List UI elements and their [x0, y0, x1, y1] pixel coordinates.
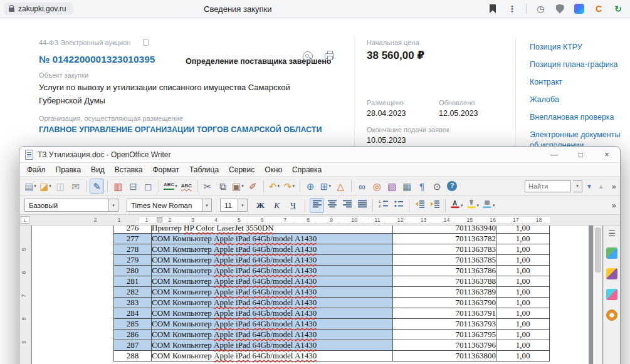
table-row[interactable]: 283СОМ Компьютер Apple iPad 64Gb/model A… — [114, 298, 550, 308]
table-row[interactable]: 282СОМ Компьютер Apple iPad 64Gb/model A… — [114, 287, 550, 298]
menu-item[interactable]: Вид — [86, 164, 110, 175]
menu-item[interactable]: Формат — [147, 164, 184, 175]
find-previous-button[interactable]: ▲ — [596, 183, 606, 190]
paragraph-style-select[interactable]: Базовый ▾ — [24, 199, 118, 212]
print-button[interactable]: ⊟ — [126, 179, 140, 194]
align-left-button[interactable] — [310, 198, 324, 213]
procurement-link[interactable]: Контракт — [530, 77, 629, 88]
chevron-down-icon[interactable]: ▾ — [108, 199, 118, 211]
menu-item[interactable]: Окно — [260, 164, 287, 175]
underline-button[interactable]: Ч — [286, 198, 300, 213]
chevron-down-icon[interactable]: ▾ — [238, 199, 247, 211]
dropdown-arrow-icon[interactable]: ▾ — [328, 184, 331, 189]
spellcheck-button[interactable]: ABC▾ — [162, 179, 179, 194]
zoom-button[interactable]: ⊙ — [430, 179, 444, 194]
font-name-select[interactable]: Times New Roman ▾ — [127, 199, 212, 212]
minimize-button[interactable]: — — [541, 147, 567, 162]
redo-button[interactable]: ↷▾ — [282, 179, 297, 194]
draw-functions-button[interactable]: △ — [333, 179, 348, 194]
decrease-indent-button[interactable] — [412, 198, 427, 213]
gallery-button[interactable]: ▧ — [385, 179, 399, 194]
page-preview-button[interactable]: ◻ — [141, 179, 155, 194]
colorzilla-extension-icon[interactable]: C — [593, 3, 604, 14]
navigator-button[interactable]: ◎ — [370, 179, 384, 194]
procurement-link[interactable]: Позиция КТРУ — [530, 42, 629, 53]
indent-marker[interactable] — [157, 217, 162, 222]
align-justify-button[interactable] — [355, 198, 369, 213]
dropdown-arrow-icon[interactable]: ▾ — [292, 184, 295, 189]
bold-button[interactable]: Ж — [253, 198, 268, 213]
menu-item[interactable]: Справка — [287, 164, 327, 175]
menu-item[interactable]: Таблица — [184, 164, 224, 175]
procurement-link[interactable]: Внеплановая проверка — [530, 112, 629, 123]
email-button[interactable]: ✉ — [68, 179, 83, 194]
help-button[interactable]: ? — [445, 179, 459, 194]
styles-icon[interactable] — [606, 289, 617, 300]
table-row[interactable]: 284СОМ Компьютер Apple iPad 64Gb/model A… — [114, 308, 550, 319]
table-row[interactable]: 276Принтер HP Color LaserJet 3550DN70113… — [114, 226, 550, 234]
format-paintbrush-button[interactable]: ✐ — [246, 179, 260, 194]
find-replace-button[interactable]: ∞ — [355, 179, 369, 194]
dropdown-arrow-icon[interactable]: ▾ — [461, 203, 463, 208]
chevron-down-icon[interactable]: ▾ — [573, 180, 582, 192]
highlighting-button[interactable]: ▾ — [465, 198, 481, 213]
autospellcheck-button[interactable]: ABC — [179, 179, 194, 194]
dropdown-arrow-icon[interactable]: ▾ — [241, 184, 244, 189]
background-color-button[interactable]: ▾ — [481, 198, 496, 213]
writer-titlebar[interactable]: ТЗ Утилизация.doc - OpenOffice Writer — … — [19, 147, 620, 163]
open-button[interactable]: ◪▾ — [38, 179, 53, 194]
paste-button[interactable]: ▣▾ — [231, 179, 245, 194]
maximize-button[interactable]: □ — [567, 147, 594, 162]
chevron-down-icon[interactable]: ▾ — [202, 199, 211, 211]
sidebar-settings-icon[interactable]: ☰ — [608, 229, 616, 238]
find-input[interactable] — [525, 180, 571, 192]
nonprinting-characters-button[interactable]: ¶ — [415, 179, 429, 194]
toolbar-overflow-button[interactable]: » — [612, 182, 616, 191]
font-color-button[interactable]: A▾ — [449, 198, 465, 213]
dropdown-arrow-icon[interactable]: ▾ — [277, 184, 280, 189]
scrollbar-thumb[interactable] — [595, 227, 601, 273]
close-button[interactable]: × — [594, 147, 620, 162]
table-row[interactable]: 280СОМ Компьютер Apple iPad 64Gb/model A… — [114, 266, 550, 276]
table-row[interactable]: 279СОМ Компьютер Apple iPad 64Gb/model A… — [114, 255, 550, 266]
font-size-select[interactable]: 11 ▾ — [220, 199, 248, 212]
refresh-extension-icon[interactable]: ↻ — [612, 3, 624, 14]
hyperlink-button[interactable]: ⊕ — [303, 179, 318, 194]
properties-icon[interactable] — [606, 247, 617, 259]
shield-extension-icon[interactable] — [554, 3, 565, 14]
menu-item[interactable]: Файл — [22, 164, 51, 175]
procurement-link[interactable]: Жалоба — [530, 95, 629, 105]
table-row[interactable]: 288СОМ Компьютер Apple iPad 64Gb/model A… — [114, 351, 550, 361]
print-icon[interactable] — [325, 53, 334, 59]
align-right-button[interactable] — [340, 198, 354, 213]
wallet-extension-icon[interactable] — [574, 3, 585, 14]
save-button[interactable]: ◫ — [53, 179, 68, 194]
dropdown-arrow-icon[interactable]: ▾ — [493, 203, 495, 208]
procurement-number-link[interactable]: № 0142200001323010395 — [39, 54, 155, 65]
table-row[interactable]: 278СОМ Компьютер Apple iPad 64Gb/model A… — [114, 244, 550, 255]
undo-button[interactable]: ↶▾ — [267, 179, 281, 194]
dropdown-arrow-icon[interactable]: ▾ — [175, 184, 177, 189]
copy-icon[interactable] — [143, 39, 149, 46]
dropdown-arrow-icon[interactable]: ▾ — [477, 203, 480, 208]
menu-item[interactable]: Правка — [51, 164, 87, 175]
procurement-link[interactable]: Позиция плана-графика — [530, 60, 629, 70]
cut-button[interactable]: ✂ — [201, 179, 215, 194]
tab-stop-selector[interactable]: L — [21, 216, 29, 224]
table-row[interactable]: 286СОМ Компьютер Apple iPad 64Gb/model A… — [114, 330, 550, 340]
organization-link[interactable]: ГЛАВНОЕ УПРАВЛЕНИЕ ОРГАНИЗАЦИИ ТОРГОВ СА… — [39, 124, 346, 135]
table-row[interactable]: 285СОМ Компьютер Apple iPad 64Gb/model A… — [114, 319, 550, 330]
copy-button[interactable]: ⧉ — [216, 179, 230, 194]
bookmark-icon[interactable] — [487, 3, 498, 14]
dropdown-arrow-icon[interactable]: ▾ — [49, 184, 51, 189]
view-details-icon[interactable] — [303, 51, 313, 61]
table-row[interactable]: 287СОМ Компьютер Apple iPad 64Gb/model A… — [114, 340, 550, 351]
dropdown-arrow-icon[interactable]: ▾ — [34, 184, 36, 189]
navigator-icon[interactable] — [606, 309, 617, 321]
increase-indent-button[interactable] — [428, 198, 442, 213]
table-button[interactable]: ⊞▾ — [318, 179, 333, 194]
document-page[interactable]: 276Принтер HP Color LaserJet 3550DN70113… — [32, 226, 589, 364]
browser-menu-icon[interactable]: ⋮ — [507, 3, 518, 14]
table-row[interactable]: 281СОМ Компьютер Apple iPad 64Gb/model A… — [114, 276, 550, 287]
horizontal-ruler[interactable]: L 21123456789101112131415161718 — [19, 215, 620, 226]
